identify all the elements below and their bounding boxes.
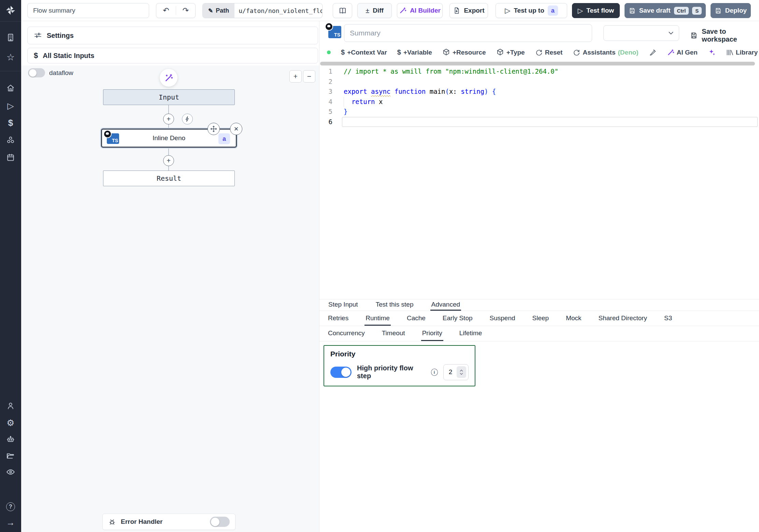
error-handler-toggle-knob <box>211 518 219 526</box>
magic-wand-icon <box>399 7 406 14</box>
tab-lifetime[interactable]: Lifetime <box>458 326 483 341</box>
tab-s3[interactable]: S3 <box>663 311 673 326</box>
add-type-button[interactable]: +Type <box>496 48 525 56</box>
step-tabs: Step Input Test this step Advanced <box>319 299 759 311</box>
add-variable-button[interactable]: $+Variable <box>397 48 432 56</box>
horizontal-scrollbar[interactable] <box>320 62 755 65</box>
tab-test-this-step[interactable]: Test this step <box>375 299 415 311</box>
add-resource-button[interactable]: +Resource <box>442 48 486 56</box>
step-summary-input[interactable] <box>344 24 592 42</box>
move-node-handle[interactable] <box>207 123 220 135</box>
tab-sleep[interactable]: Sleep <box>531 311 550 326</box>
users-icon[interactable] <box>4 400 17 412</box>
path-label: Path <box>216 7 229 14</box>
tab-priority[interactable]: Priority <box>421 326 443 341</box>
error-handler-bar[interactable]: Error Handler <box>102 514 235 530</box>
book-icon <box>339 6 347 15</box>
tab-timeout[interactable]: Timeout <box>381 326 406 341</box>
sparkles-button[interactable] <box>708 48 716 56</box>
assistants-button[interactable]: Assistants (Deno) <box>573 49 638 56</box>
ts-label: TS <box>112 138 118 143</box>
tab-runtime[interactable]: Runtime <box>364 311 391 326</box>
path-button[interactable]: ✎ Path <box>203 3 234 18</box>
schedules-calendar-icon[interactable] <box>4 151 17 164</box>
test-flow-button[interactable]: ▷ Test flow <box>572 3 620 18</box>
add-step-button[interactable]: + <box>163 155 174 166</box>
test-up-to-button[interactable]: ▷ Test up to a <box>496 3 567 18</box>
delete-node-button[interactable]: ✕ <box>230 123 242 135</box>
tab-retries[interactable]: Retries <box>327 311 349 326</box>
result-node[interactable]: Result <box>103 171 235 186</box>
flow-settings-label: Settings <box>47 32 74 40</box>
workspace-icon[interactable] <box>4 31 17 44</box>
help-icon[interactable]: ? <box>4 501 17 513</box>
error-handler-toggle[interactable] <box>210 517 230 527</box>
tab-cache[interactable]: Cache <box>406 311 427 326</box>
step-id-badge: a <box>218 133 230 144</box>
add-variable-label: +Variable <box>403 49 432 56</box>
add-context-var-button[interactable]: $+Context Var <box>341 48 387 56</box>
flow-settings-button[interactable]: Settings <box>27 27 318 44</box>
save-to-workspace-button[interactable]: Save to workspace <box>690 28 759 43</box>
path-value[interactable]: u/faton/non_violent_flow <box>234 3 322 18</box>
redo-icon[interactable]: ↷ <box>176 6 195 15</box>
flow-summary-input[interactable] <box>27 3 149 18</box>
priority-number-input[interactable]: 2 <box>443 364 469 380</box>
add-step-button[interactable]: + <box>163 114 174 124</box>
export-button[interactable]: Export <box>449 3 488 18</box>
info-icon[interactable]: i <box>431 369 438 376</box>
deploy-button[interactable]: Deploy <box>711 3 751 18</box>
ai-flow-wand-button[interactable] <box>160 69 177 87</box>
collapse-arrow-icon[interactable]: → <box>4 516 17 529</box>
code-lines[interactable]: // import * as wmill from "npm:windmill-… <box>342 66 758 127</box>
input-node[interactable]: Input <box>103 89 235 105</box>
library-button[interactable]: Library <box>726 49 758 56</box>
rail-divider <box>0 71 21 71</box>
zoom-in-button[interactable]: + <box>289 70 302 83</box>
diff-button[interactable]: ± Diff <box>357 3 392 18</box>
tab-suspend[interactable]: Suspend <box>489 311 516 326</box>
tab-mock[interactable]: Mock <box>565 311 582 326</box>
stepper-up-icon <box>459 369 463 372</box>
magic-wand-icon <box>667 49 674 56</box>
resources-icon[interactable] <box>4 134 17 146</box>
reset-button[interactable]: Reset <box>535 49 563 56</box>
ai-gen-button[interactable]: AI Gen <box>667 49 698 56</box>
dollar-icon: $ <box>34 51 38 60</box>
undo-icon[interactable]: ↶ <box>156 6 176 15</box>
all-static-inputs-button[interactable]: $ All Static Inputs <box>27 48 318 63</box>
priority-row: High priority flow step i 2 <box>330 364 469 381</box>
folders-icon[interactable] <box>4 449 17 462</box>
trigger-bolt-button[interactable] <box>182 114 193 124</box>
priority-title: Priority <box>330 350 356 358</box>
tab-early-stop[interactable]: Early Stop <box>442 311 474 326</box>
number-stepper[interactable] <box>457 366 466 378</box>
save-draft-button[interactable]: Save draft Ctrl S <box>625 3 706 18</box>
worker-tag-select[interactable] <box>603 25 679 41</box>
format-brush-button[interactable] <box>649 48 657 56</box>
tab-step-input[interactable]: Step Input <box>327 299 359 311</box>
tab-advanced[interactable]: Advanced <box>430 299 461 311</box>
runs-play-icon[interactable]: ▷ <box>4 100 17 112</box>
settings-gear-icon[interactable]: ⚙ <box>4 417 17 429</box>
docs-book-button[interactable] <box>333 3 352 18</box>
brush-icon <box>649 48 657 56</box>
ts-label: TS <box>334 32 340 38</box>
flow-graph-panel: Settings $ All Static Inputs dataflow + … <box>21 21 319 532</box>
home-icon[interactable] <box>4 82 17 94</box>
windmill-logo[interactable] <box>4 4 17 16</box>
tab-concurrency[interactable]: Concurrency <box>327 326 366 341</box>
assistants-label: Assistants <box>583 49 615 56</box>
dataflow-toggle[interactable] <box>28 68 45 77</box>
path-group: ✎ Path u/faton/non_violent_flow <box>202 3 323 18</box>
audit-eye-icon[interactable] <box>4 466 17 478</box>
favorites-star-icon[interactable]: ☆ <box>4 51 17 63</box>
zoom-out-button[interactable]: − <box>303 70 315 83</box>
ai-builder-button[interactable]: AI Builder <box>397 3 443 18</box>
variables-dollar-icon[interactable]: $ <box>4 117 17 129</box>
workers-robot-icon[interactable] <box>4 433 17 445</box>
high-priority-toggle[interactable] <box>330 367 352 378</box>
step-id-badge: a <box>548 5 558 16</box>
tab-shared-directory[interactable]: Shared Directory <box>598 311 648 326</box>
inline-deno-label: Inline Deno <box>153 134 185 142</box>
